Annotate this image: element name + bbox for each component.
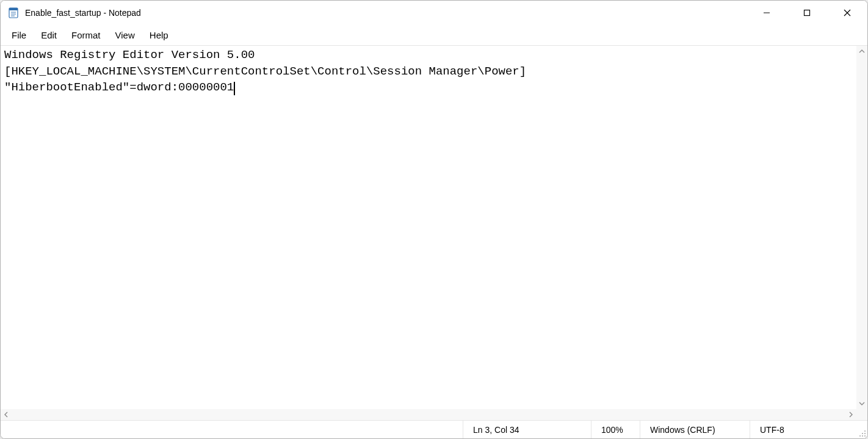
svg-rect-1 <box>9 8 18 10</box>
text-caret <box>234 82 235 95</box>
svg-point-9 <box>864 430 866 432</box>
svg-rect-6 <box>805 10 810 16</box>
editor-line[interactable]: "HiberbootEnabled"=dword:00000001 <box>4 81 234 94</box>
resize-grip-icon[interactable] <box>856 421 867 438</box>
window-controls <box>747 1 867 25</box>
scroll-left-icon[interactable] <box>1 409 12 420</box>
window-title: Enable_fast_startup - Notepad <box>25 8 747 18</box>
menu-edit[interactable]: Edit <box>34 27 64 43</box>
notepad-window: Enable_fast_startup - Notepad File Edit … <box>0 0 868 439</box>
scroll-corner <box>856 409 867 420</box>
editor-area[interactable]: Windows Registry Editor Version 5.00 [HK… <box>1 46 867 420</box>
menubar: File Edit Format View Help <box>1 25 867 46</box>
statusbar: Ln 3, Col 34 100% Windows (CRLF) UTF-8 <box>1 420 867 438</box>
maximize-button[interactable] <box>787 1 827 25</box>
status-position: Ln 3, Col 34 <box>463 421 591 438</box>
status-encoding: UTF-8 <box>750 421 856 438</box>
menu-view[interactable]: View <box>108 27 142 43</box>
svg-point-14 <box>864 435 866 437</box>
text-content[interactable]: Windows Registry Editor Version 5.00 [HK… <box>4 46 856 409</box>
close-button[interactable] <box>827 1 867 25</box>
scroll-down-icon[interactable] <box>856 398 867 409</box>
titlebar[interactable]: Enable_fast_startup - Notepad <box>1 1 867 25</box>
scroll-up-icon[interactable] <box>856 46 867 57</box>
menu-help[interactable]: Help <box>142 27 176 43</box>
notepad-app-icon <box>8 7 19 18</box>
vertical-scrollbar[interactable] <box>856 46 867 409</box>
menu-file[interactable]: File <box>4 27 34 43</box>
svg-point-10 <box>862 433 863 434</box>
horizontal-scrollbar[interactable] <box>1 409 856 420</box>
minimize-button[interactable] <box>747 1 787 25</box>
status-line-ending: Windows (CRLF) <box>640 421 750 438</box>
editor-line[interactable]: [HKEY_LOCAL_MACHINE\SYSTEM\CurrentContro… <box>4 65 526 78</box>
svg-point-13 <box>862 435 863 437</box>
scroll-right-icon[interactable] <box>845 409 856 420</box>
svg-point-12 <box>859 435 861 437</box>
svg-point-11 <box>864 433 866 434</box>
menu-format[interactable]: Format <box>64 27 108 43</box>
editor-line[interactable]: Windows Registry Editor Version 5.00 <box>4 48 255 62</box>
status-zoom: 100% <box>591 421 640 438</box>
status-spacer <box>1 421 463 438</box>
